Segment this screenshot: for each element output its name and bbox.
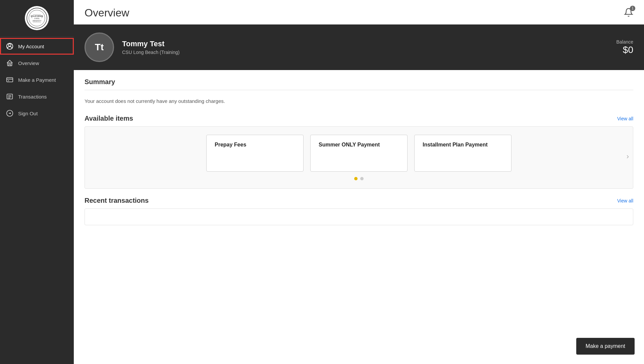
notification-bell-button[interactable]: 1 [624, 8, 633, 18]
sidebar-item-transactions[interactable]: Transactions [0, 88, 74, 105]
summary-message: Your account does not currently have any… [85, 96, 633, 109]
avatar-initials: Tt [95, 42, 104, 53]
sidebar-item-make-payment-label: Make a Payment [18, 77, 56, 83]
user-circle-icon [6, 43, 13, 50]
summary-section: Summary Your account does not currently … [85, 78, 633, 109]
topbar: Overview 1 [74, 0, 644, 24]
sidebar-item-overview[interactable]: Overview [0, 55, 74, 71]
items-carousel-container: Prepay Fees Summer ONLY Payment Installm… [85, 126, 633, 189]
sidebar-item-sign-out[interactable]: Sign Out [0, 105, 74, 122]
sidebar-item-sign-out-label: Sign Out [18, 111, 38, 116]
svg-point-7 [8, 44, 11, 46]
sidebar-item-overview-label: Overview [18, 60, 39, 66]
item-card-prepay-fees[interactable]: Prepay Fees [206, 135, 304, 172]
carousel-next-button[interactable]: › [627, 152, 629, 161]
main-content: Overview 1 Tt Tommy Test CSU Long Beach … [74, 0, 644, 364]
sidebar: CALIFORNIA STATE UNIVERSITY My [0, 0, 74, 364]
carousel-dot-2[interactable] [360, 177, 364, 180]
payment-icon [6, 76, 13, 83]
sidebar-item-make-payment[interactable]: Make a Payment [0, 71, 74, 88]
balance-amount: $0 [616, 45, 633, 55]
profile-info: Tommy Test CSU Long Beach (Training) [122, 40, 608, 55]
sidebar-item-transactions-label: Transactions [18, 94, 47, 100]
carousel-dot-1[interactable] [354, 177, 358, 180]
transactions-table [85, 208, 633, 225]
recent-transactions-header: Recent transactions View all [85, 197, 633, 204]
available-items-header: Available items View all [85, 115, 633, 122]
recent-transactions-section: Recent transactions View all [85, 197, 633, 225]
available-items-title: Available items [85, 115, 133, 122]
signout-icon [6, 110, 13, 117]
available-items-view-all-link[interactable]: View all [617, 116, 633, 121]
profile-school: CSU Long Beach (Training) [122, 50, 608, 55]
summary-divider [85, 90, 633, 90]
sidebar-navigation: My Account Overview Make a [0, 37, 74, 364]
recent-transactions-view-all-link[interactable]: View all [617, 198, 633, 203]
item-card-prepay-fees-title: Prepay Fees [215, 142, 246, 148]
sidebar-item-my-account[interactable]: My Account [0, 38, 74, 55]
item-card-installment[interactable]: Installment Plan Payment [414, 135, 512, 172]
page-title: Overview [85, 7, 129, 19]
make-payment-floating-button[interactable]: Make a payment [576, 338, 635, 355]
item-card-installment-title: Installment Plan Payment [423, 142, 488, 148]
content-area: Summary Your account does not currently … [74, 70, 644, 364]
svg-text:UNIVERSITY: UNIVERSITY [32, 20, 41, 22]
profile-name: Tommy Test [122, 40, 608, 48]
profile-balance: Balance $0 [616, 39, 633, 55]
university-crest-icon: CALIFORNIA STATE UNIVERSITY [26, 7, 48, 29]
logo-circle: CALIFORNIA STATE UNIVERSITY [25, 6, 49, 30]
items-carousel: Prepay Fees Summer ONLY Payment Installm… [96, 135, 622, 172]
transactions-icon [6, 93, 13, 100]
home-icon [6, 59, 13, 67]
sidebar-item-my-account-label: My Account [18, 44, 44, 49]
available-items-section: Available items View all Prepay Fees Sum… [85, 115, 633, 189]
summary-title: Summary [85, 78, 633, 86]
svg-rect-10 [7, 78, 13, 82]
profile-banner: Tt Tommy Test CSU Long Beach (Training) … [74, 24, 644, 70]
item-card-summer-only-title: Summer ONLY Payment [319, 142, 380, 148]
avatar: Tt [85, 33, 114, 62]
balance-label: Balance [616, 39, 633, 45]
item-card-summer-only[interactable]: Summer ONLY Payment [310, 135, 408, 172]
recent-transactions-title: Recent transactions [85, 197, 149, 204]
svg-text:CALIFORNIA: CALIFORNIA [31, 15, 44, 17]
carousel-dots [96, 177, 622, 180]
sidebar-logo: CALIFORNIA STATE UNIVERSITY [0, 0, 74, 37]
notification-badge: 1 [630, 6, 635, 11]
svg-text:STATE: STATE [34, 17, 40, 19]
